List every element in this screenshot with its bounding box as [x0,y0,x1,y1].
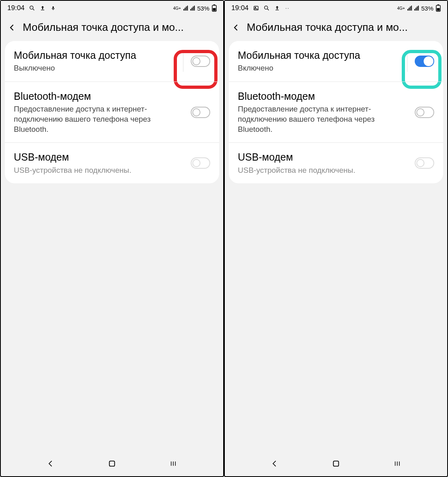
svg-rect-8 [110,461,115,466]
hotspot-toggle[interactable] [415,56,434,67]
svg-rect-16 [275,10,278,10]
battery-pct: 53% [197,5,209,12]
upload-icon [274,5,280,11]
bluetooth-toggle[interactable] [415,107,434,118]
page-header: Мобильная точка доступа и мо... [225,15,447,41]
svg-point-0 [30,6,33,9]
usb-toggle [191,157,210,169]
battery-icon [436,4,441,12]
separator [407,51,407,72]
row-mobile-hotspot[interactable]: Мобильная точка доступа Включено [229,41,443,82]
nav-back[interactable] [43,456,58,471]
status-bar: 19:04 ·· 4G+ 53% [225,1,447,15]
row-subtitle: USB-устройства не подключены. [238,165,410,176]
back-button[interactable] [231,23,241,32]
svg-point-13 [255,7,256,8]
mic-icon [50,5,56,11]
search-icon [29,5,35,11]
svg-rect-19 [437,4,439,5]
row-subtitle: Предоставление доступа к интернет-подклю… [238,104,410,134]
row-mobile-hotspot[interactable]: Мобильная точка доступа Выключено [5,41,219,82]
signal-icon [183,6,188,11]
settings-card: Мобильная точка доступа Выключено Blueto… [5,41,219,183]
svg-rect-6 [213,8,216,11]
row-subtitle: Выключено [14,63,178,73]
usb-toggle [415,157,434,169]
svg-rect-18 [437,8,440,11]
svg-rect-2 [41,10,44,10]
status-bar: 19:04 4G+ 53% [1,1,223,15]
phone-right: 19:04 ·· 4G+ 53% Мобильная точка [224,0,448,477]
more-icon: ·· [284,5,291,11]
signal-icon-2 [414,6,419,11]
svg-line-15 [267,9,269,10]
back-button[interactable] [7,23,17,32]
image-icon [253,5,259,11]
upload-icon [39,5,46,11]
row-title: USB-модем [14,151,186,163]
phone-left: 19:04 4G+ 53% Мобильная точка доступа и [0,0,224,477]
nav-back[interactable] [267,456,282,471]
clock: 19:04 [7,4,25,12]
page-header: Мобильная точка доступа и мо... [1,15,223,41]
nav-bar [225,453,447,476]
battery-icon [212,4,217,12]
hotspot-toggle[interactable] [191,56,210,67]
nav-bar [1,453,223,476]
search-icon [263,5,270,11]
clock: 19:04 [231,4,249,12]
row-usb-modem: USB-модем USB-устройства не подключены. [229,142,443,183]
row-bluetooth-modem[interactable]: Bluetooth-модем Предоставление доступа к… [5,82,219,142]
nav-home[interactable] [329,456,343,471]
row-usb-modem: USB-модем USB-устройства не подключены. [5,142,219,183]
row-title: USB-модем [238,151,410,163]
row-subtitle: USB-устройства не подключены. [14,165,186,176]
nav-home[interactable] [105,456,119,471]
nav-recents[interactable] [166,456,181,471]
separator [183,51,183,72]
signal-icon-2 [190,6,195,11]
battery-pct: 53% [421,5,433,12]
page-title: Мобильная точка доступа и мо... [23,21,217,34]
svg-line-1 [33,9,34,10]
nav-recents[interactable] [390,456,405,471]
settings-card: Мобильная точка доступа Включено Bluetoo… [229,41,443,183]
row-title: Bluetooth-модем [238,90,410,103]
network-badge: 4G+ [173,6,181,11]
page-title: Мобильная точка доступа и мо... [247,21,441,34]
signal-icon [407,6,412,11]
svg-rect-7 [213,4,215,5]
row-title: Мобильная точка доступа [238,49,402,62]
bluetooth-toggle[interactable] [191,107,210,118]
row-subtitle: Предоставление доступа к интернет-подклю… [14,104,186,134]
svg-rect-20 [334,461,339,466]
row-title: Bluetooth-модем [14,90,186,103]
svg-point-14 [264,6,267,9]
row-title: Мобильная точка доступа [14,49,178,62]
network-badge: 4G+ [397,6,405,11]
row-subtitle: Включено [238,63,402,73]
svg-rect-3 [52,6,54,9]
row-bluetooth-modem[interactable]: Bluetooth-модем Предоставление доступа к… [229,82,443,142]
